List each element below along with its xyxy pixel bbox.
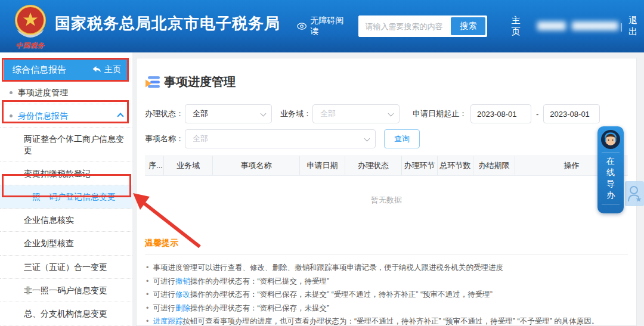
tip-action-link[interactable]: 撤销 xyxy=(175,277,190,285)
sidebar-item-label: 两证整合个体工商户信息变更 xyxy=(24,133,124,155)
sidebar-category-title: 综合信息报告 xyxy=(13,64,66,76)
service-avatar-icon xyxy=(600,129,621,150)
date-to-input[interactable] xyxy=(543,104,600,123)
table-column-header: 办结期限 xyxy=(473,156,515,175)
logout-link[interactable]: 退出 xyxy=(628,15,644,38)
accessibility-label: 无障碍阅读 xyxy=(310,15,348,37)
filter-row-1: 办理状态： 全部 业务域： 全部 申请日期起止： - xyxy=(145,104,628,123)
sidebar-item-label: 一照一码户登记信息变更 xyxy=(24,191,116,202)
tip-line: •进度跟踪按钮可查看事项办理的进度，也可查看办理状态为：“受理不通过，待补齐补正… xyxy=(145,315,628,326)
home-link[interactable]: 主页 xyxy=(511,15,527,38)
bullet-dot: • xyxy=(146,302,148,315)
search-button[interactable]: 搜索 xyxy=(451,17,485,35)
date-range-label: 申请日期起止： xyxy=(413,108,467,119)
divider xyxy=(602,153,620,153)
tips-section: 温馨提示 •事项进度管理可以进行查看、修改、删除、撤销和跟踪事项申请记录，便于纳… xyxy=(145,238,628,326)
bullet-dot: • xyxy=(146,275,148,288)
page-title-row: 事项进度管理 xyxy=(145,74,628,90)
sidebar-home-button[interactable]: 主页 xyxy=(92,64,121,75)
chevron-down-icon xyxy=(261,111,267,117)
bullet-dot: • xyxy=(146,315,148,326)
sidebar-item-label: 身份信息报告 xyxy=(18,110,68,121)
top-banner: 中国税务 国家税务总局北京市电子税务局 无障碍阅读 搜索 主页 | 退出 xyxy=(0,0,644,52)
sidebar-item[interactable]: 总、分支机构信息变更 xyxy=(0,302,132,325)
sidebar-item[interactable]: 变更扣缴税款登记 xyxy=(0,162,132,185)
empty-data-text: 暂无数据 xyxy=(371,195,402,206)
accessibility-link[interactable]: 无障碍阅读 xyxy=(297,15,348,37)
name-filter-label: 事项名称： xyxy=(145,133,184,144)
search-input[interactable] xyxy=(360,17,451,35)
date-separator: - xyxy=(536,110,538,119)
tip-text: 事项进度管理可以进行查看、修改、删除、撤销和跟踪事项申请记录，便于纳税人跟进税务… xyxy=(153,261,503,275)
chevron-up-icon xyxy=(117,113,123,120)
tips-list: •事项进度管理可以进行查看、修改、删除、撤销和跟踪事项申请记录，便于纳税人跟进税… xyxy=(145,261,628,326)
item-name-select[interactable]: 全部 xyxy=(185,129,376,148)
sidebar: 综合信息报告 主页 事项进度管理身份信息报告两证整合个体工商户信息变更变更扣缴税… xyxy=(0,52,132,326)
domain-select[interactable]: 全部 xyxy=(312,104,400,123)
table-column-header: 办理状态 xyxy=(345,156,402,175)
table-column-header: 业务域 xyxy=(164,156,213,175)
online-guide-widget[interactable]: 在线导办 xyxy=(597,126,624,213)
sidebar-item[interactable]: 一照一码户登记信息变更 xyxy=(0,185,132,209)
tip-text: 可进行删除操作的办理状态有：“资料已保存，未提交” xyxy=(153,302,329,315)
status-select[interactable]: 全部 xyxy=(185,104,272,123)
national-emblem-icon xyxy=(12,3,49,40)
table-empty-area: 暂无数据 xyxy=(145,176,628,225)
tip-line: •事项进度管理可以进行查看、修改、删除、撤销和跟踪事项申请记录，便于纳税人跟进税… xyxy=(145,261,628,275)
bullet-dot: • xyxy=(146,288,148,302)
sidebar-item[interactable]: 非一照一码户信息变更 xyxy=(0,279,132,302)
divider: | xyxy=(620,21,623,32)
tip-line: •可进行修改操作的办理状态有：“资料已保存，未提交” “受理不通过，待补齐补正”… xyxy=(145,288,628,302)
status-filter-label: 办理状态： xyxy=(145,108,184,119)
sidebar-item[interactable]: 事项进度管理 xyxy=(0,81,132,104)
status-select-value: 全部 xyxy=(193,108,208,119)
tip-action-link[interactable]: 删除 xyxy=(175,304,190,312)
tip-line: •可进行删除操作的办理状态有：“资料已保存，未提交” xyxy=(145,302,628,315)
sidebar-home-label: 主页 xyxy=(104,64,121,75)
logout-group: | 退出 xyxy=(620,15,644,38)
query-button[interactable]: 查询 xyxy=(384,129,420,148)
chevron-down-icon xyxy=(364,136,370,142)
tip-text: 可进行修改操作的办理状态有：“资料已保存，未提交” “受理不通过，待补齐补正” … xyxy=(153,288,492,302)
sidebar-item-label: 企业信息核实 xyxy=(24,215,74,225)
tip-text: 进度跟踪按钮可查看事项办理的进度，也可查看办理状态为：“受理不通过，待补齐补正”… xyxy=(153,315,599,326)
sidebar-item[interactable]: 企业划型核查 xyxy=(0,232,132,255)
chevron-down-icon xyxy=(388,111,394,117)
table-column-header: 序... xyxy=(145,156,164,175)
sidebar-item-label: 变更扣缴税款登记 xyxy=(24,168,91,179)
date-from-input[interactable] xyxy=(470,104,531,123)
banner-right-group: 无障碍阅读 搜索 主页 | 退出 xyxy=(297,15,644,37)
item-name-select-value: 全部 xyxy=(193,133,208,144)
tip-action-link[interactable]: 进度跟踪 xyxy=(153,317,182,325)
tip-action-link[interactable]: 修改 xyxy=(175,290,190,299)
sidebar-item[interactable]: 两证整合个体工商户信息变更 xyxy=(0,128,132,162)
tips-title: 温馨提示 xyxy=(145,238,628,255)
page: 中国税务 国家税务总局北京市电子税务局 无障碍阅读 搜索 主页 | 退出 xyxy=(0,0,644,326)
eye-icon xyxy=(297,22,306,30)
tax-bureau-logo: 中国税务 xyxy=(10,3,51,50)
sidebar-item[interactable]: 身份信息报告 xyxy=(0,104,132,128)
bullet-dot xyxy=(10,91,13,94)
bullet-dot xyxy=(10,114,13,117)
divider xyxy=(602,204,620,204)
filter-row-2: 事项名称： 全部 查询 xyxy=(145,129,628,148)
tip-text-segment: 操作的办理状态有：“资料已保存，未提交” “受理不通过，待补齐补正” “预审不通… xyxy=(190,290,493,299)
person-star-icon xyxy=(627,185,642,203)
bullet-dot: • xyxy=(146,261,148,275)
domain-filter-label: 业务域： xyxy=(280,108,311,119)
table-column-header: 申请日期 xyxy=(300,156,345,175)
tip-line: •可进行撤销操作的办理状态有：“资料已提交，待受理” xyxy=(145,275,628,288)
tip-text-segment: 按钮可查看事项办理的进度，也可查看办理状态为：“受理不通过，待补齐补正” “预审… xyxy=(182,317,599,325)
table-header-row: 序...业务域事项名称申请日期办理状态办理环节总环节数办结期限操作 xyxy=(145,156,628,176)
table-column-header: 办理环节 xyxy=(402,156,438,175)
sidebar-item-label: 非一照一码户信息变更 xyxy=(24,285,107,296)
main-card: 事项进度管理 办理状态： 全部 业务域： 全部 申请日期起止： - 事项名称： … xyxy=(136,58,637,326)
search-group: 搜索 xyxy=(358,15,487,37)
sidebar-item[interactable]: 企业信息核实 xyxy=(0,209,132,232)
tip-text-segment: 操作的办理状态有：“资料已保存，未提交” xyxy=(190,304,329,312)
sidebar-menu: 事项进度管理身份信息报告两证整合个体工商户信息变更变更扣缴税款登记一照一码户登记… xyxy=(0,81,132,326)
sidebar-item[interactable]: 三证（五证）合一变更 xyxy=(0,256,132,279)
online-guide-label: 在线导办 xyxy=(606,156,615,201)
sidebar-header: 综合信息报告 主页 xyxy=(4,60,128,80)
user-favorite-widget[interactable] xyxy=(625,181,644,206)
